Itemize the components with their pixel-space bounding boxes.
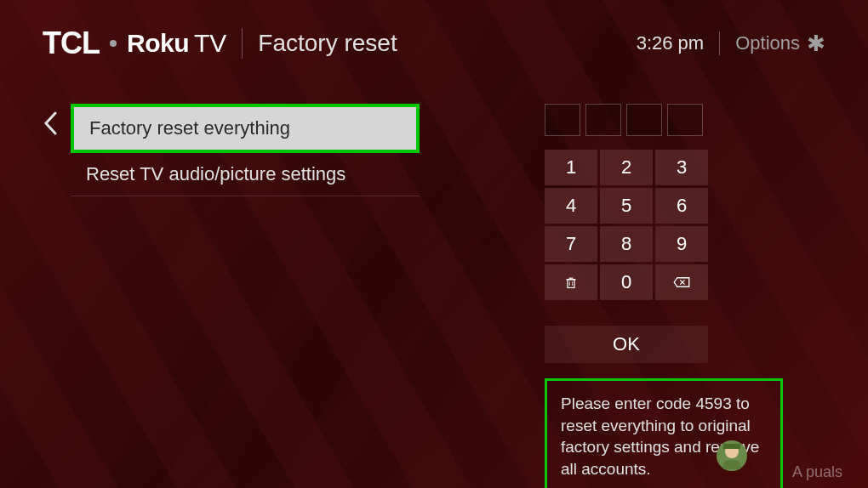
keypad-1[interactable]: 1: [545, 150, 597, 185]
code-input-boxes: [545, 104, 783, 136]
keypad-8[interactable]: 8: [600, 226, 653, 262]
menu-item-factory-reset-everything[interactable]: Factory reset everything: [71, 104, 420, 153]
options-label: Options: [735, 32, 800, 54]
keypad-4[interactable]: 4: [545, 188, 597, 224]
brand-logo: TCL Roku TV: [43, 26, 226, 61]
keypad-2[interactable]: 2: [600, 150, 653, 185]
code-digit-4[interactable]: [667, 104, 703, 136]
svg-rect-9: [723, 444, 740, 449]
tv-text: TV: [194, 29, 226, 58]
ok-button-label: OK: [613, 333, 640, 355]
backspace-icon: [672, 276, 691, 288]
keypad-9[interactable]: 9: [655, 226, 708, 262]
keypad-delete[interactable]: [545, 264, 597, 300]
keypad-backspace[interactable]: [655, 264, 708, 300]
roku-logo: Roku: [127, 29, 189, 58]
menu-item-label: Factory reset everything: [89, 117, 290, 139]
menu-item-reset-audio-picture[interactable]: Reset TV audio/picture settings: [71, 153, 420, 196]
options-button[interactable]: Options ✱: [735, 31, 825, 57]
asterisk-icon: ✱: [807, 31, 825, 57]
trash-icon: [562, 275, 580, 289]
svg-rect-0: [568, 280, 574, 288]
watermark-text: A puals: [792, 463, 842, 481]
keypad-6[interactable]: 6: [655, 188, 708, 224]
back-chevron-icon[interactable]: [43, 111, 58, 143]
clock-time: 3:26 pm: [637, 32, 705, 54]
tcl-logo: TCL: [43, 26, 100, 61]
page-title: Factory reset: [258, 30, 397, 57]
keypad-7[interactable]: 7: [545, 226, 597, 262]
ok-button[interactable]: OK: [545, 326, 708, 363]
code-digit-3[interactable]: [626, 104, 662, 136]
keypad-5[interactable]: 5: [600, 188, 653, 224]
avatar-watermark-icon: [715, 439, 749, 473]
menu-item-label: Reset TV audio/picture settings: [86, 163, 345, 184]
code-digit-2[interactable]: [585, 104, 621, 136]
keypad-0[interactable]: 0: [600, 264, 653, 300]
numeric-keypad: 1 2 3 4 5 6 7 8 9 0: [545, 150, 783, 300]
header-divider: [719, 31, 720, 55]
keypad-3[interactable]: 3: [655, 150, 708, 185]
title-divider: [242, 28, 243, 59]
dot-separator-icon: [110, 40, 117, 47]
code-digit-1[interactable]: [545, 104, 580, 136]
